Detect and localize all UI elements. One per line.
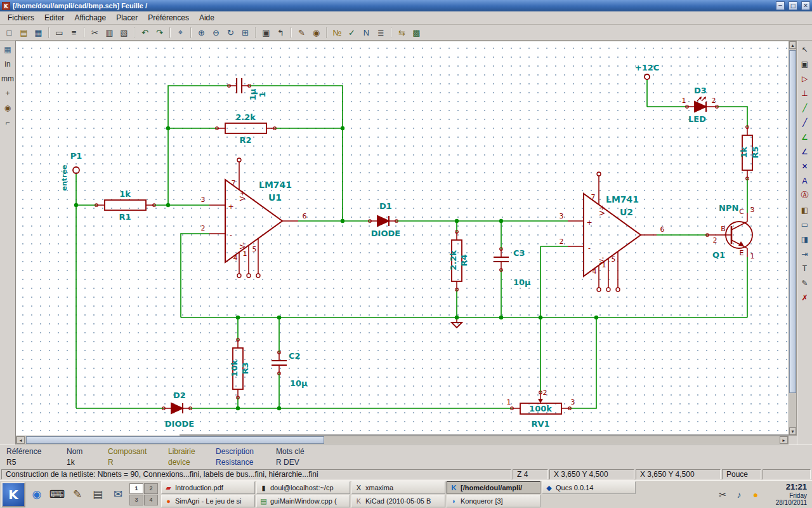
erc-icon[interactable]: ✓ [345, 26, 358, 39]
component-bodies[interactable] [73, 74, 752, 414]
save-schematic-icon[interactable]: ▦ [32, 26, 45, 39]
schematic-canvas[interactable]: P1 entrée 1k R1 2.2k R2 1µ 1 LM741 U1 3 … [16, 41, 789, 436]
scroll-left-arrow[interactable]: ◂ [16, 436, 25, 444]
bus-to-bus-icon[interactable]: ∠ [798, 145, 811, 158]
add-text-icon[interactable]: T [798, 262, 811, 275]
info-field-composant: Composant R [108, 447, 168, 469]
minimize-button[interactable]: ─ [776, 1, 785, 10]
grid-toggle-icon[interactable]: ▦ [1, 43, 15, 56]
annotate-icon[interactable]: № [331, 26, 344, 39]
task-guimainwindow[interactable]: ▤ guiMainWindow.cpp ( [256, 495, 350, 507]
add-sheet-icon[interactable]: ▭ [798, 218, 811, 231]
add-hier-label-icon[interactable]: ◧ [798, 203, 811, 217]
cursor-shape-icon[interactable]: + [1, 86, 15, 100]
terminal-launcher[interactable]: ⌨ [48, 483, 66, 507]
reminder-tray-icon[interactable]: ● [750, 489, 761, 500]
kmenu-button[interactable]: K [1, 482, 25, 507]
add-global-label-icon[interactable]: Ⓐ [798, 189, 811, 202]
task-simagri[interactable]: ● SimAgri - Le jeu de si [161, 495, 255, 507]
menu-aide[interactable]: Aide [194, 12, 219, 23]
schematic-drawing: P1 entrée 1k R1 2.2k R2 1µ 1 LM741 U1 3 … [16, 41, 789, 436]
d3-value: LED [688, 114, 706, 124]
scroll-right-arrow[interactable]: ▸ [780, 436, 788, 444]
pager-desktop-2[interactable]: 2 [144, 483, 158, 494]
pager-desktop-4[interactable]: 4 [144, 495, 158, 505]
import-sheet-pin-icon[interactable]: ◨ [798, 232, 811, 246]
task-introduction-pdf[interactable]: ▰ Introduction.pdf [161, 481, 255, 494]
task-terminal[interactable]: ▮ doul@localhost:~/cp [256, 481, 350, 494]
hidden-pins-icon[interactable]: ◉ [1, 101, 15, 114]
library-editor-icon[interactable]: ✎ [295, 26, 308, 39]
hierarchy-navigator-icon[interactable]: ▣ [259, 26, 273, 39]
horizontal-scrollbar[interactable]: ◂ ▸ [16, 436, 789, 444]
add-label-icon[interactable]: A [798, 174, 811, 187]
u2-pin3: 3 [560, 212, 564, 220]
close-button[interactable]: ✕ [801, 1, 810, 10]
menu-placer[interactable]: Placer [111, 12, 143, 23]
new-schematic-icon[interactable]: □ [3, 26, 16, 39]
d2-value: DIODE [165, 419, 194, 429]
task-icon: ● [164, 497, 173, 505]
vertical-scrollbar[interactable]: ▴ ▾ [789, 41, 797, 436]
klipper-tray-icon[interactable]: ✂ [717, 489, 728, 500]
component-pins [96, 86, 747, 408]
editor-launcher[interactable]: ✎ [69, 483, 86, 507]
add-sheet-pin-icon[interactable]: ⇥ [798, 247, 811, 260]
find-icon[interactable]: ⌖ [174, 26, 187, 39]
netlist-icon[interactable]: N [360, 26, 373, 39]
cancel-tool-icon[interactable]: ↖ [798, 43, 811, 56]
task-kicad[interactable]: K KiCad (2010-05-05 B [351, 495, 445, 507]
leave-sheet-icon[interactable]: ↰ [274, 26, 287, 39]
zoom-out-icon[interactable]: ⊖ [209, 26, 223, 39]
no-connect-icon[interactable]: ✕ [798, 159, 811, 173]
task-konqueror[interactable]: ◗ Konqueror [3] [447, 495, 540, 507]
scroll-up-arrow[interactable]: ▴ [789, 41, 796, 49]
units-mm-icon[interactable]: mm [1, 72, 15, 85]
separator [169, 27, 171, 38]
library-browser-icon[interactable]: ◉ [310, 26, 323, 39]
delete-icon[interactable]: ✗ [798, 291, 811, 304]
paste-icon[interactable]: ▧ [117, 26, 131, 39]
menu-fichiers[interactable]: Fichiers [3, 12, 39, 23]
maximize-button[interactable]: □ [789, 1, 797, 10]
mail-launcher[interactable]: ✉ [109, 483, 127, 507]
page-settings-icon[interactable]: ▭ [53, 26, 66, 39]
zoom-in-icon[interactable]: ⊕ [195, 26, 208, 39]
printer-launcher[interactable]: ▤ [89, 483, 107, 507]
add-component-icon[interactable]: ▷ [798, 72, 811, 85]
wire-to-bus-icon[interactable]: ∠ [798, 130, 811, 144]
cut-icon[interactable]: ✂ [88, 26, 102, 39]
add-polyline-icon[interactable]: ✎ [798, 276, 811, 290]
konqueror-launcher[interactable]: ◉ [28, 483, 46, 507]
zoom-fit-icon[interactable]: ⊞ [239, 26, 252, 39]
hierarchy-nav-icon[interactable]: ▣ [798, 57, 811, 70]
menu-affichage[interactable]: Affichage [69, 12, 111, 23]
cvpcb-icon[interactable]: ⇆ [395, 26, 409, 39]
zoom-redraw-icon[interactable]: ↻ [224, 26, 237, 39]
scroll-down-arrow[interactable]: ▾ [789, 427, 796, 435]
wires[interactable] [76, 79, 747, 408]
copy-icon[interactable]: ▥ [103, 26, 116, 39]
task-eeschema[interactable]: K [/home/doul/ampli/ [447, 481, 540, 494]
pager-desktop-1[interactable]: 1 [129, 483, 143, 494]
open-schematic-icon[interactable]: ▤ [17, 26, 30, 39]
vertical-scroll-thumb[interactable] [789, 50, 796, 393]
pcbnew-icon[interactable]: ▩ [410, 26, 423, 39]
bom-icon[interactable]: ≣ [374, 26, 388, 39]
add-power-icon[interactable]: ⊥ [798, 86, 811, 100]
task-xmaxima[interactable]: X xmaxima [351, 481, 445, 494]
add-wire-icon[interactable]: ╱ [798, 101, 811, 114]
redo-icon[interactable]: ↷ [153, 26, 166, 39]
horizontal-scroll-thumb[interactable] [26, 436, 324, 444]
hv-wires-icon[interactable]: ⌐ [1, 116, 15, 129]
print-icon[interactable]: ≡ [67, 26, 81, 39]
menu-preferences[interactable]: Préférences [143, 12, 194, 23]
pager-desktop-3[interactable]: 3 [129, 495, 143, 505]
volume-tray-icon[interactable]: ♪ [733, 489, 745, 500]
undo-icon[interactable]: ↶ [138, 26, 152, 39]
clock[interactable]: 21:21 Friday 28/10/2011 [764, 483, 811, 505]
units-inch-icon[interactable]: in [1, 57, 15, 70]
add-bus-icon[interactable]: ╱ [798, 116, 811, 129]
menu-editer[interactable]: Editer [39, 12, 69, 23]
task-qucs[interactable]: ◆ Qucs 0.0.14 [542, 481, 636, 494]
